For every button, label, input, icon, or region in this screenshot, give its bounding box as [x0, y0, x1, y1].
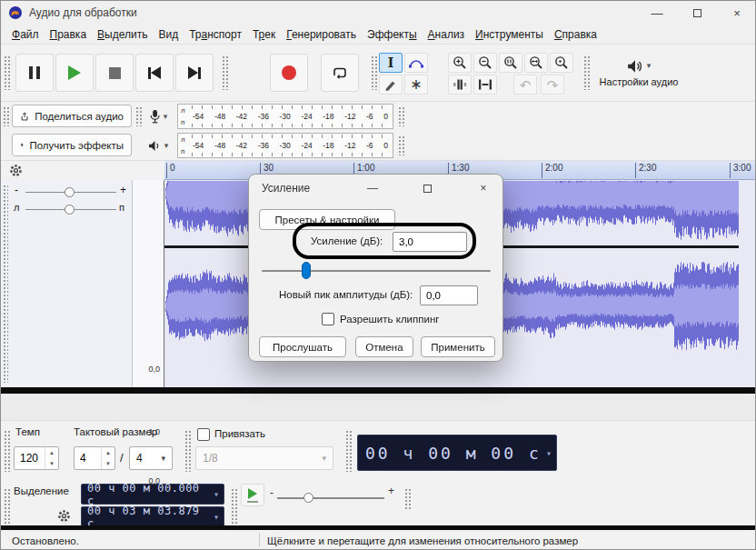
- toolbar-grip[interactable]: [231, 488, 237, 525]
- menu-item[interactable]: Вид: [153, 25, 184, 45]
- chevron-down-icon: ▾: [164, 113, 168, 121]
- cancel-button[interactable]: Отмена: [355, 336, 413, 357]
- toolbar-grip[interactable]: [345, 430, 352, 472]
- mic-dropdown-button[interactable]: ▾: [143, 105, 174, 128]
- toolbar-grip[interactable]: [371, 55, 377, 90]
- menu-item[interactable]: Правка: [45, 25, 93, 45]
- toolbar-grip[interactable]: [4, 55, 10, 90]
- zoom-in-button[interactable]: [448, 53, 472, 73]
- toolbar-grip[interactable]: [404, 488, 411, 510]
- snap-checkbox[interactable]: [197, 428, 210, 441]
- gain-slider-thumb[interactable]: [65, 187, 75, 197]
- play-icon: [68, 65, 81, 80]
- menu-item[interactable]: Эффекты: [362, 25, 423, 45]
- clipping-checkbox[interactable]: [322, 313, 334, 325]
- close-button[interactable]: ×: [717, 1, 756, 25]
- recording-meter[interactable]: лп -54-48-42-36-30-24-18-12-60: [177, 104, 393, 129]
- menu-item[interactable]: Трек: [247, 25, 281, 45]
- maximize-button[interactable]: [677, 1, 717, 25]
- playback-dropdown-button[interactable]: ▾: [143, 134, 174, 157]
- menu-bar: ФайлПравкаВыделитьВидТранспортТрекГенери…: [1, 25, 756, 45]
- toolbar-grip[interactable]: [583, 55, 590, 90]
- get-effects-button[interactable]: Получить эффекты: [12, 134, 132, 156]
- playback-meter[interactable]: лп -54-48-42-36-30-24-18-12-60: [177, 133, 393, 158]
- amplification-slider[interactable]: [262, 270, 491, 272]
- spin-down-icon[interactable]: ▼: [102, 458, 114, 469]
- zoom-out-button[interactable]: [473, 53, 497, 73]
- menu-item[interactable]: Генерировать: [281, 25, 362, 45]
- gain-plus-label: +: [120, 184, 126, 196]
- multi-tool-button[interactable]: ∗: [404, 75, 428, 95]
- menu-item[interactable]: Анализ: [423, 25, 471, 45]
- share-audio-button[interactable]: Поделиться аудио: [12, 105, 132, 127]
- amplification-slider-thumb[interactable]: [302, 262, 311, 279]
- dialog-close-button[interactable]: ×: [463, 175, 503, 202]
- gear-icon: [57, 509, 71, 523]
- skip-to-start-button[interactable]: [135, 54, 174, 92]
- selection-options-button[interactable]: [54, 505, 74, 525]
- undo-button[interactable]: ↶: [513, 75, 537, 95]
- selection-end-field[interactable]: 00 ч 03 м 03.879 с ▾: [81, 506, 224, 527]
- window-title: Аудио для обработки: [29, 6, 137, 19]
- toolbar-grip[interactable]: [135, 106, 142, 126]
- zoom-project-button[interactable]: [524, 53, 548, 73]
- time-signature-upper-input[interactable]: [75, 447, 101, 469]
- track-bottom-border: [1, 387, 756, 394]
- play-at-speed-button[interactable]: [241, 484, 264, 506]
- spin-up-icon[interactable]: ▲: [45, 447, 58, 458]
- stop-button[interactable]: [95, 54, 134, 92]
- toolbar-grip[interactable]: [4, 430, 10, 472]
- trim-outside-selection-button[interactable]: [448, 75, 472, 95]
- selection-tool-button[interactable]: I: [379, 53, 403, 73]
- plug-icon: [20, 138, 24, 152]
- spin-down-icon[interactable]: ▼: [45, 458, 58, 469]
- speed-slider-thumb[interactable]: [303, 493, 313, 503]
- trim-audio-icon: [453, 78, 467, 91]
- menu-item[interactable]: Транспорт: [184, 25, 247, 45]
- toolbar-grip[interactable]: [398, 135, 404, 155]
- amplification-input[interactable]: [393, 232, 467, 252]
- preview-button[interactable]: Прослушать: [259, 336, 346, 357]
- speed-slider[interactable]: [277, 497, 384, 499]
- pan-slider-thumb[interactable]: [65, 205, 75, 215]
- redo-button[interactable]: ↷: [541, 75, 564, 95]
- menu-item[interactable]: Инструменты: [470, 25, 549, 45]
- silence-selection-button[interactable]: [473, 75, 497, 95]
- selection-start-field[interactable]: 00 ч 00 м 00.000 с ▾: [81, 484, 224, 505]
- tempo-input[interactable]: [15, 447, 45, 469]
- menu-item[interactable]: Справка: [549, 25, 602, 45]
- toolbar-grip[interactable]: [184, 430, 191, 472]
- zoom-toggle-button[interactable]: [550, 53, 573, 73]
- time-signature-lower-select[interactable]: 4 ▾: [129, 446, 173, 470]
- toolbar-grip[interactable]: [398, 106, 404, 126]
- spin-up-icon[interactable]: ▲: [102, 447, 114, 458]
- envelope-tool-button[interactable]: [404, 53, 428, 73]
- tempo-spinner[interactable]: ▲ ▼: [14, 446, 59, 470]
- loop-button[interactable]: [321, 54, 359, 92]
- dialog-maximize-button[interactable]: [409, 175, 445, 202]
- new-peak-input[interactable]: [420, 285, 478, 305]
- snap-interval-select[interactable]: 1/8 ▾: [195, 446, 333, 470]
- draw-tool-button[interactable]: [379, 75, 403, 95]
- toolbar-grip[interactable]: [222, 55, 228, 90]
- toolbar-grip[interactable]: [4, 488, 10, 525]
- presets-settings-button[interactable]: Пресеты & настройки: [259, 209, 395, 230]
- play-button[interactable]: [55, 54, 94, 92]
- time-display[interactable]: 00 ч 00 м 00 с ▾: [357, 435, 557, 471]
- dialog-minimize-button[interactable]: —: [354, 175, 391, 202]
- timeline-options-button[interactable]: [5, 162, 25, 179]
- time-signature-upper-spinner[interactable]: ▲ ▼: [74, 446, 115, 470]
- menu-item[interactable]: Выделить: [92, 25, 153, 45]
- minimize-button[interactable]: —: [637, 1, 677, 25]
- record-button[interactable]: [270, 54, 308, 92]
- toolbar-grip[interactable]: [3, 106, 9, 126]
- zoom-selection-button[interactable]: [499, 53, 522, 73]
- audio-settings-button[interactable]: ▾ Настройки аудио: [593, 51, 684, 95]
- tempo-spin-arrows[interactable]: ▲ ▼: [45, 447, 58, 469]
- menu-item[interactable]: Файл: [6, 25, 45, 45]
- track-grip[interactable]: [3, 185, 8, 383]
- pause-button[interactable]: [15, 54, 54, 92]
- apply-button[interactable]: Применить: [421, 336, 495, 357]
- skip-to-end-button[interactable]: [175, 54, 214, 92]
- maximize-icon: [693, 9, 701, 17]
